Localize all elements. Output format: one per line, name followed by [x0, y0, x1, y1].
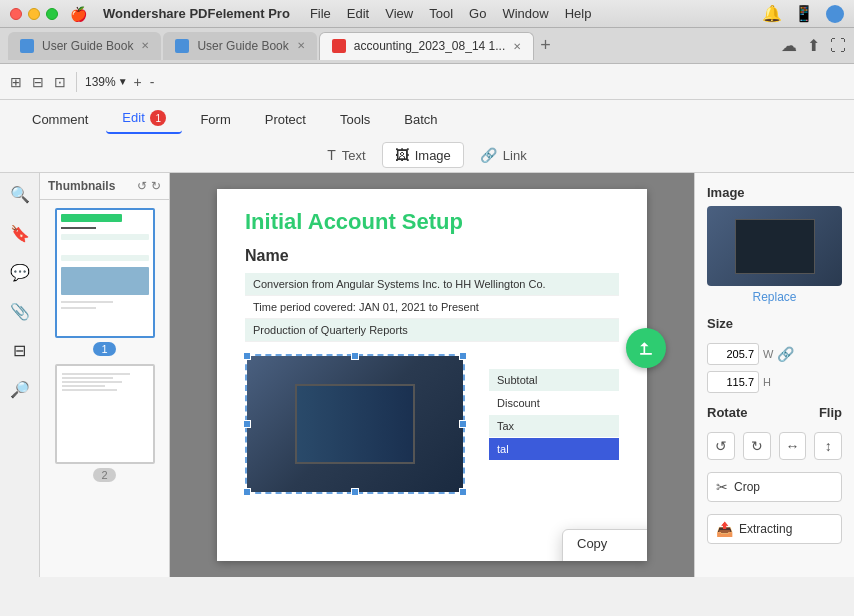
share-icon[interactable]: ⬆ [807, 36, 820, 55]
doc-page: Initial Account Setup Name Conversion fr… [217, 189, 647, 561]
menu-file[interactable]: File [310, 6, 331, 21]
panel-size-link-icon[interactable]: 🔗 [777, 346, 794, 362]
apple-icon: 🍎 [70, 6, 87, 22]
panel-extracting-label: Extracting [739, 522, 792, 536]
thumb1-page-num: 1 [93, 342, 115, 356]
cloud-upload-icon[interactable]: ☁ [781, 36, 797, 55]
tab-form[interactable]: Form [184, 106, 246, 133]
tab-1[interactable]: User Guide Book ✕ [8, 32, 161, 60]
thumb1-line2 [61, 301, 114, 303]
resize-handle-tr[interactable] [459, 352, 467, 360]
sidebar-search2-icon[interactable]: 🔎 [6, 376, 34, 403]
flip-h-button[interactable]: ↔ [779, 432, 807, 460]
zoom-control: 139% ▼ [85, 75, 128, 89]
sidebar-search-icon[interactable]: 🔍 [6, 181, 34, 208]
img-screen-content [297, 386, 413, 462]
menu-edit[interactable]: Edit [347, 6, 369, 21]
panel-extracting-action[interactable]: 📤 Extracting [707, 514, 842, 544]
tab-2[interactable]: User Guide Book ✕ [163, 32, 316, 60]
sidebar-bookmark-icon[interactable]: 🔖 [6, 220, 34, 247]
mobile-icon[interactable]: 📱 [794, 4, 814, 23]
avatar[interactable] [826, 5, 844, 23]
menu-go[interactable]: Go [469, 6, 486, 21]
extract-icon: 📤 [716, 521, 733, 537]
panel-height-input[interactable] [707, 371, 759, 393]
zoom-plus-button[interactable]: + [132, 74, 144, 90]
sub-tab-image[interactable]: 🖼 Image [382, 142, 464, 168]
img-screen [295, 384, 415, 464]
close-button[interactable] [10, 8, 22, 20]
panel-replace-button[interactable]: Replace [707, 290, 842, 304]
tab-protect[interactable]: Protect [249, 106, 322, 133]
right-table: Subtotal Discount Tax tal [489, 369, 619, 460]
tab2-favicon [175, 39, 189, 53]
resize-handle-tl[interactable] [243, 352, 251, 360]
main-tab-bar: Comment Edit 1 Form Protect Tools Batch [0, 100, 854, 138]
panel-w-label: W [763, 348, 773, 360]
menu-window[interactable]: Window [502, 6, 548, 21]
content-area: 🔍 🔖 💬 📎 ⊟ 🔎 Thumbnails ↺ ↻ [0, 173, 854, 577]
image-container[interactable] [245, 354, 465, 494]
tab3-label: accounting_2023_08_14 1... [354, 39, 505, 53]
resize-handle-bm[interactable] [351, 488, 359, 496]
panel-flip-title: Flip [819, 405, 842, 420]
sub-tab-link[interactable]: 🔗 Link [468, 143, 539, 167]
panel-rotate-header: Rotate Flip [707, 405, 842, 426]
panel-width-input[interactable] [707, 343, 759, 365]
tab3-close[interactable]: ✕ [513, 41, 521, 52]
thumbnails-header: Thumbnails ↺ ↻ [40, 173, 169, 200]
rotate-cw-button[interactable]: ↻ [743, 432, 771, 460]
tab1-close[interactable]: ✕ [141, 40, 149, 51]
thumb-ctrl-left[interactable]: ↺ [137, 179, 147, 193]
toolbar-icon-1[interactable]: ⊞ [8, 72, 24, 92]
thumbnail-item-1[interactable]: 1 [48, 208, 161, 356]
fullscreen-icon[interactable]: ⛶ [830, 37, 846, 55]
sub-tab-text[interactable]: T Text [315, 143, 377, 167]
panel-rotate-buttons: ↺ ↻ ↔ ↕ [707, 432, 842, 460]
tab-3[interactable]: accounting_2023_08_14 1... ✕ [319, 32, 534, 60]
toolbar-icon-3[interactable]: ⊡ [52, 72, 68, 92]
panel-size-section: Size W 🔗 H [707, 316, 842, 393]
tab-tools[interactable]: Tools [324, 106, 386, 133]
tab2-close[interactable]: ✕ [297, 40, 305, 51]
thumbnail-img-2 [55, 364, 155, 464]
zoom-minus-button[interactable]: - [148, 74, 157, 90]
resize-handle-rm[interactable] [459, 420, 467, 428]
float-action-button[interactable] [626, 328, 666, 368]
left-sidebar: 🔍 🔖 💬 📎 ⊟ 🔎 [0, 173, 40, 577]
image-icon: 🖼 [395, 147, 409, 163]
minimize-button[interactable] [28, 8, 40, 20]
tab-comment[interactable]: Comment [16, 106, 104, 133]
thumb2-line2 [62, 377, 114, 379]
title-bar-right: 🔔 📱 [762, 4, 844, 23]
sidebar-attachment-icon[interactable]: 📎 [6, 298, 34, 325]
new-tab-button[interactable]: + [540, 35, 551, 56]
ctx-copy[interactable]: Copy [563, 530, 647, 557]
ctx-delete[interactable]: Delete [563, 557, 647, 561]
panel-crop-action[interactable]: ✂ Crop [707, 472, 842, 502]
menu-view[interactable]: View [385, 6, 413, 21]
resize-handle-bl[interactable] [243, 488, 251, 496]
menu-help[interactable]: Help [565, 6, 592, 21]
resize-handle-br[interactable] [459, 488, 467, 496]
right-table-row1: Subtotal [489, 369, 619, 391]
notification-icon[interactable]: 🔔 [762, 4, 782, 23]
edit-badge: 1 [150, 110, 166, 126]
resize-handle-lm[interactable] [243, 420, 251, 428]
toolbar-icon-2[interactable]: ⊟ [30, 72, 46, 92]
sidebar-thumbnail-icon[interactable]: ⊟ [9, 337, 30, 364]
panel-h-label: H [763, 376, 771, 388]
thumbnail-item-2[interactable]: 2 [48, 364, 161, 482]
flip-v-button[interactable]: ↕ [814, 432, 842, 460]
menu-tool[interactable]: Tool [429, 6, 453, 21]
resize-handle-tm[interactable] [351, 352, 359, 360]
zoom-dropdown-icon[interactable]: ▼ [118, 76, 128, 87]
doc-table: Conversion from Angular Systems Inc. to … [245, 273, 619, 342]
right-table-row3: Tax [489, 415, 619, 437]
rotate-ccw-button[interactable]: ↺ [707, 432, 735, 460]
tab-batch[interactable]: Batch [388, 106, 453, 133]
maximize-button[interactable] [46, 8, 58, 20]
sidebar-comment-icon[interactable]: 💬 [6, 259, 34, 286]
tab-edit[interactable]: Edit 1 [106, 104, 182, 135]
thumb-ctrl-right[interactable]: ↻ [151, 179, 161, 193]
